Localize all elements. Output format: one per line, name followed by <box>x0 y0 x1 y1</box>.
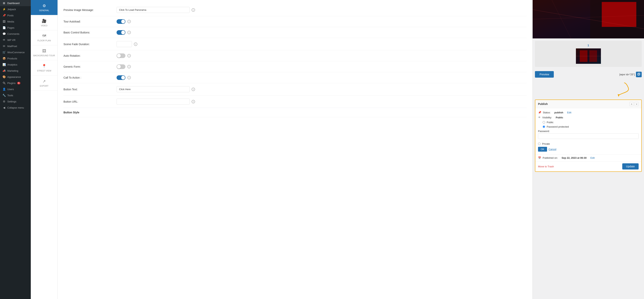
form-control-button-text: i <box>116 86 527 92</box>
media-icon: 🖼 <box>2 20 6 23</box>
plugins-icon: 🔌 <box>2 81 6 84</box>
radio-public-label: Public <box>547 121 554 124</box>
subnav-floor-plan[interactable]: 🗺 FLOOR PLAN <box>31 30 58 45</box>
subnav-export[interactable]: ↗ EXPORT <box>31 75 58 91</box>
form-row-tour-autoload: Tour Autoload: i <box>64 16 527 27</box>
subnav-label: EXPORT <box>40 85 48 87</box>
basic-control-buttons-toggle[interactable] <box>116 30 126 35</box>
copy-shortcode-button[interactable] <box>636 72 642 77</box>
sidebar-item-comments[interactable]: 💬 Comments <box>0 31 31 37</box>
sidebar-item-products[interactable]: 📦 Products <box>0 55 31 61</box>
sidebar-item-media[interactable]: 🖼 Media <box>0 18 31 24</box>
tour-autoload-toggle[interactable] <box>116 19 126 24</box>
button-text-input[interactable] <box>116 86 190 92</box>
form-control-scene-fade-duration: i <box>116 41 527 47</box>
radio-private[interactable]: Private <box>538 142 638 145</box>
preview-image-message-input[interactable] <box>116 7 190 13</box>
update-button[interactable]: Update <box>622 163 638 170</box>
right-panel: 1 <box>532 0 644 299</box>
auto-rotation-info-icon[interactable]: i <box>127 54 131 57</box>
publish-box-header: Publish ∧ ∨ <box>535 100 641 108</box>
sidebar-item-collapse[interactable]: ◀ Collapse menu <box>0 104 31 111</box>
auto-rotation-toggle[interactable] <box>116 53 126 58</box>
export-icon: ↗ <box>42 79 46 84</box>
button-url-info-icon[interactable]: i <box>192 100 195 103</box>
main-wrap: ⚙ GENERAL 🎥 VIDEO 🗺 FLOOR PLAN 🖼 BACKGRO… <box>31 0 644 299</box>
preview-button[interactable]: Preview <box>535 71 554 78</box>
password-input[interactable] <box>538 133 638 139</box>
cancel-button[interactable]: Cancel <box>548 147 556 152</box>
scene-fade-duration-info-icon[interactable]: i <box>134 42 137 46</box>
sidebar-item-mailpoet[interactable]: ✉ MailPoet <box>0 43 31 49</box>
shortcode-area: [wpvr id="25"] <box>620 72 642 77</box>
form-row-call-to-action: Call To Action : i <box>64 72 527 83</box>
sidebar-item-pages[interactable]: 📄 Pages <box>0 24 31 31</box>
basic-control-buttons-info-icon[interactable]: i <box>127 31 131 34</box>
password-label: Password: <box>538 130 638 133</box>
sidebar-item-marketing[interactable]: 📣 Marketing <box>0 68 31 74</box>
sidebar-item-woocommerce[interactable]: 🛒 WooCommerce <box>0 49 31 55</box>
sidebar-item-wpvr[interactable]: 👁 WP VR <box>0 37 31 43</box>
sidebar-item-settings[interactable]: ⚙ Settings <box>0 98 31 104</box>
subnav-label: VIDEO <box>41 24 47 27</box>
generic-form-toggle[interactable] <box>116 64 126 69</box>
sidebar-item-tools[interactable]: 🔧 Tools <box>0 92 31 98</box>
form-row-button-text: Button Text: i <box>64 83 527 95</box>
subnav-background-tour[interactable]: 🖼 BACKGROUND TOUR <box>31 45 58 60</box>
form-row-generic-form: Generic Form: i <box>64 61 527 72</box>
radio-public[interactable]: Public <box>543 121 638 124</box>
field-label-scene-fade-duration: Scene Fade Duration: <box>64 43 114 46</box>
sidebar-item-posts[interactable]: 📌 Posts <box>0 12 31 18</box>
move-to-trash-link[interactable]: Move to Trash <box>538 165 554 168</box>
button-text-info-icon[interactable]: i <box>192 88 195 91</box>
publish-actions: Move to Trash Update <box>535 161 641 171</box>
sub-nav: ⚙ GENERAL 🎥 VIDEO 🗺 FLOOR PLAN 🖼 BACKGRO… <box>31 0 58 299</box>
password-section: Password: Private OK Cancel <box>538 130 638 152</box>
subnav-general[interactable]: ⚙ GENERAL <box>31 0 58 15</box>
call-to-action-toggle[interactable] <box>116 75 126 80</box>
background-tour-icon: 🖼 <box>42 49 46 53</box>
sidebar-item-users[interactable]: 👤 Users <box>0 86 31 92</box>
generic-form-info-icon[interactable]: i <box>127 65 131 68</box>
sidebar-item-jetpack[interactable]: ⚡ Jetpack <box>0 6 31 12</box>
sidebar-item-dashboard[interactable]: ⊞ Dashboard <box>0 0 31 6</box>
sidebar-item-label: Collapse menu <box>7 106 24 109</box>
sidebar-item-label: Jetpack <box>7 8 16 11</box>
status-value: publish <box>554 111 563 114</box>
analytics-icon: 📊 <box>2 63 6 66</box>
subnav-video[interactable]: 🎥 VIDEO <box>31 15 58 30</box>
status-edit-link[interactable]: Edit <box>567 111 571 114</box>
arrow-wrap <box>535 82 642 97</box>
scene-fade-duration-input[interactable] <box>116 41 132 47</box>
field-label-button-text: Button Text: <box>64 88 114 91</box>
subnav-street-view[interactable]: 📍 STREET VIEW <box>31 60 58 75</box>
preview-image-message-info-icon[interactable]: i <box>192 8 195 12</box>
radio-private-input[interactable] <box>538 143 540 145</box>
field-label-generic-form: Generic Form: <box>64 65 114 68</box>
form-control-tour-autoload: i <box>116 19 527 24</box>
call-to-action-info-icon[interactable]: i <box>127 76 131 79</box>
sidebar-item-plugins[interactable]: 🔌 Plugins 5 <box>0 80 31 86</box>
radio-password-protected[interactable]: Password protected <box>543 125 638 128</box>
floor-plan-icon: 🗺 <box>42 34 46 38</box>
tour-autoload-info-icon[interactable]: i <box>127 20 131 23</box>
sidebar-item-label: Appearance <box>7 75 21 78</box>
radio-password-input[interactable] <box>543 125 545 128</box>
jetpack-icon: ⚡ <box>2 8 6 11</box>
ok-button[interactable]: OK <box>538 147 547 152</box>
sidebar-item-label: Analytics <box>7 63 17 66</box>
generic-form-toggle-wrap <box>116 64 126 69</box>
published-on-edit-link[interactable]: Edit <box>590 156 594 159</box>
radio-public-input[interactable] <box>543 121 545 124</box>
shortcode-text: [wpvr id="25"] <box>620 73 635 76</box>
publish-status-row: 📌 Status: publish Edit <box>538 111 638 114</box>
posts-icon: 📌 <box>2 14 6 17</box>
publish-box-expand-button[interactable]: ∨ <box>634 102 638 106</box>
button-url-input[interactable] <box>116 99 190 104</box>
general-icon: ⚙ <box>42 3 46 8</box>
publish-box-collapse-button[interactable]: ∧ <box>630 102 634 106</box>
sidebar-item-appearance[interactable]: 🎨 Appearance <box>0 74 31 80</box>
field-label-basic-control-buttons: Basic Control Buttons: <box>64 31 114 34</box>
sidebar-item-label: Settings <box>7 100 16 103</box>
sidebar-item-analytics[interactable]: 📊 Analytics <box>0 61 31 68</box>
